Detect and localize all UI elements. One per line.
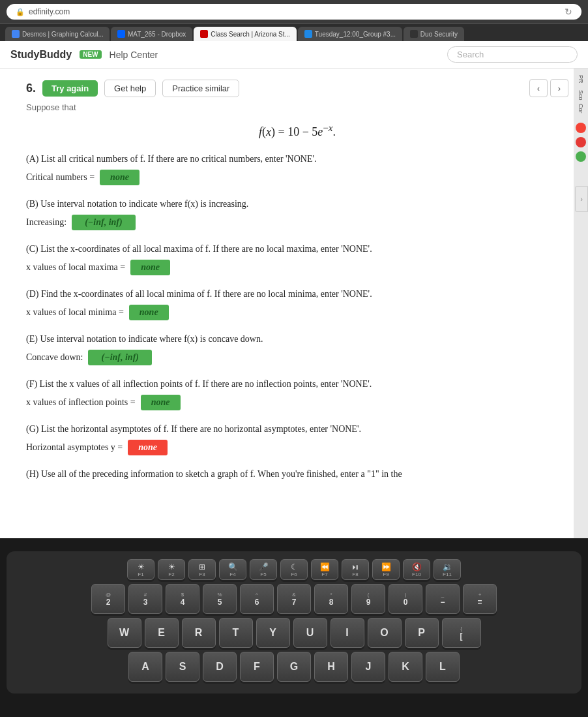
search-bar[interactable]: Search — [447, 46, 578, 63]
key-3[interactable]: # 3 — [128, 584, 162, 614]
url-text: edfinity.com — [29, 7, 70, 16]
key-8[interactable]: * 8 — [314, 584, 348, 614]
key-2[interactable]: @ 2 — [91, 584, 125, 614]
f2-icon: ☀ — [168, 562, 175, 572]
label-T: T — [233, 627, 239, 639]
tab-tuesday[interactable]: Tuesday_12:00_Group #3... — [298, 27, 402, 41]
section-E-answer[interactable]: (−inf, inf) — [88, 350, 151, 365]
key-F[interactable]: F — [240, 652, 274, 682]
key-I[interactable]: I — [331, 618, 364, 648]
key-3-top: # — [144, 592, 147, 598]
score-label: Sco — [578, 90, 584, 100]
section-C-answer[interactable]: none — [130, 260, 170, 275]
section-G-answer[interactable]: none — [128, 440, 168, 455]
key-f3[interactable]: ⊞ F3 — [188, 559, 216, 580]
tab-favicon-duo — [410, 30, 418, 38]
section-A-answer[interactable]: none — [100, 170, 140, 185]
practice-similar-button[interactable]: Practice similar — [162, 80, 239, 97]
key-f2[interactable]: ☀ F2 — [158, 559, 185, 580]
key-0-main: 0 — [404, 598, 408, 607]
key-6-top: ^ — [256, 592, 258, 598]
key-f9[interactable]: ⏩ F9 — [372, 559, 400, 580]
key-f1[interactable]: ☀ F1 — [127, 559, 154, 580]
key-equals[interactable]: + = — [463, 584, 497, 614]
section-G: (G) List the horizontal asymptotes of f.… — [26, 422, 568, 455]
key-K[interactable]: K — [389, 652, 422, 682]
key-8-main: 8 — [329, 598, 334, 607]
key-7[interactable]: & 7 — [277, 584, 311, 614]
nav-prev-arrow[interactable]: ‹ — [529, 79, 548, 97]
key-f7[interactable]: ⏪ F7 — [311, 559, 338, 580]
key-f10[interactable]: 🔇 F10 — [403, 559, 430, 580]
key-f4[interactable]: 🔍 F4 — [219, 559, 246, 580]
f10-label: F10 — [412, 572, 421, 577]
section-A-answer-row: Critical numbers = none — [26, 170, 568, 185]
key-T[interactable]: T — [219, 618, 253, 648]
key-f8[interactable]: ⏯ F8 — [342, 559, 369, 580]
section-D: (D) Find the x-coordinates of all local … — [26, 287, 568, 320]
key-0[interactable]: ) 0 — [389, 584, 422, 614]
section-D-answer-row: x values of local minima = none — [26, 305, 568, 320]
key-H[interactable]: H — [314, 652, 348, 682]
key-P[interactable]: P — [405, 618, 439, 648]
key-f11[interactable]: 🔉 F11 — [434, 559, 461, 580]
question-number: 6. — [26, 82, 36, 95]
question-area: 6. Try again Get help Practice similar ‹… — [0, 69, 588, 538]
key-W[interactable]: W — [108, 618, 141, 648]
tab-duo[interactable]: Duo Security — [404, 27, 464, 41]
question-header: 6. Try again Get help Practice similar ‹… — [26, 79, 568, 97]
key-G[interactable]: G — [277, 652, 311, 682]
studybuddy-header: StudyBuddy NEW Help Center Search — [0, 41, 588, 69]
f4-icon: 🔍 — [228, 562, 238, 572]
label-E: E — [158, 627, 165, 639]
key-2-top: @ — [106, 592, 111, 598]
key-f5[interactable]: 🎤 F5 — [250, 559, 277, 580]
key-L[interactable]: L — [426, 652, 460, 682]
key-f6[interactable]: ☾ F6 — [280, 559, 308, 580]
browser-tabs-row: Desmos | Graphing Calcul... MAT_265 - Dr… — [0, 24, 588, 41]
key-5[interactable]: % 5 — [203, 584, 237, 614]
lock-icon: 🔒 — [16, 8, 25, 16]
key-A[interactable]: A — [128, 652, 162, 682]
get-help-button[interactable]: Get help — [104, 80, 156, 97]
f10-icon: 🔇 — [412, 562, 422, 572]
help-center-link[interactable]: Help Center — [110, 50, 158, 60]
tab-class-search[interactable]: Class Search | Arizona St... — [194, 27, 297, 41]
section-B-answer[interactable]: (−inf, inf) — [72, 215, 135, 230]
f7-label: F7 — [321, 572, 327, 577]
try-again-button[interactable]: Try again — [42, 80, 98, 97]
label-G: G — [290, 661, 298, 673]
key-9[interactable]: ( 9 — [351, 584, 385, 614]
section-E-answer-row: Concave down: (−inf, inf) — [26, 350, 568, 365]
key-4[interactable]: $ 4 — [166, 584, 199, 614]
f11-label: F11 — [443, 572, 452, 577]
key-U[interactable]: U — [293, 618, 327, 648]
key-6[interactable]: ^ 6 — [240, 584, 274, 614]
section-D-answer[interactable]: none — [129, 305, 169, 320]
key-Y[interactable]: Y — [256, 618, 290, 648]
tab-favicon-tuesday — [304, 30, 312, 38]
key-E[interactable]: E — [145, 618, 179, 648]
address-bar[interactable]: 🔒 edfinity.com ↻ — [7, 4, 581, 20]
tab-desmos[interactable]: Desmos | Graphing Calcul... — [5, 27, 110, 41]
key-5-top: % — [217, 592, 222, 598]
nav-next-arrow[interactable]: › — [550, 79, 568, 97]
key-minus[interactable]: _ − — [426, 584, 460, 614]
sidebar-dot-green — [576, 151, 586, 162]
nav-right-chevron[interactable]: › — [575, 186, 588, 212]
label-L: L — [439, 661, 446, 673]
section-F-answer[interactable]: none — [141, 395, 181, 410]
key-0-top: ) — [405, 592, 407, 598]
key-2-main: 2 — [106, 598, 111, 607]
f7-icon: ⏪ — [320, 562, 330, 572]
key-4-main: 4 — [181, 598, 185, 607]
key-J[interactable]: J — [351, 652, 385, 682]
refresh-icon[interactable]: ↻ — [565, 7, 572, 17]
section-C-label: (C) List the x-coordinates of all local … — [26, 242, 568, 256]
key-D[interactable]: D — [203, 652, 237, 682]
key-open-brace[interactable]: { [ — [442, 618, 481, 648]
key-S[interactable]: S — [166, 652, 199, 682]
key-R[interactable]: R — [182, 618, 216, 648]
tab-dropbox[interactable]: MAT_265 - Dropbox — [111, 27, 192, 41]
key-O[interactable]: O — [368, 618, 402, 648]
